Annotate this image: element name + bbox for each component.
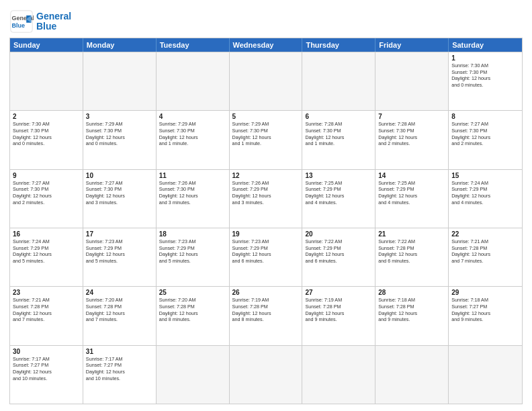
col-header-saturday: Saturday bbox=[449, 38, 522, 52]
logo: General Blue General Blue bbox=[9, 9, 71, 34]
day-number: 15 bbox=[451, 172, 519, 179]
empty-cell-5-6 bbox=[449, 346, 522, 404]
day-number: 31 bbox=[86, 348, 153, 355]
day-cell-6: 6Sunrise: 7:28 AM Sunset: 7:30 PM Daylig… bbox=[302, 111, 375, 169]
day-number: 24 bbox=[86, 289, 153, 296]
cal-row-3: 16Sunrise: 7:24 AM Sunset: 7:29 PM Dayli… bbox=[10, 228, 522, 286]
day-number: 26 bbox=[232, 289, 300, 296]
day-cell-20: 20Sunrise: 7:22 AM Sunset: 7:29 PM Dayli… bbox=[302, 228, 375, 286]
page: General Blue General Blue SundayMondayTu… bbox=[0, 0, 532, 411]
day-cell-18: 18Sunrise: 7:23 AM Sunset: 7:29 PM Dayli… bbox=[157, 228, 230, 286]
day-number: 12 bbox=[232, 172, 300, 179]
empty-cell-0-4 bbox=[302, 52, 375, 110]
day-info: Sunrise: 7:30 AM Sunset: 7:30 PM Dayligh… bbox=[13, 121, 80, 147]
day-cell-27: 27Sunrise: 7:19 AM Sunset: 7:28 PM Dayli… bbox=[302, 287, 375, 345]
day-cell-22: 22Sunrise: 7:21 AM Sunset: 7:28 PM Dayli… bbox=[449, 228, 522, 286]
empty-cell-5-5 bbox=[375, 346, 449, 404]
day-info: Sunrise: 7:30 AM Sunset: 7:30 PM Dayligh… bbox=[451, 62, 519, 89]
day-info: Sunrise: 7:21 AM Sunset: 7:28 PM Dayligh… bbox=[13, 297, 80, 323]
empty-cell-5-4 bbox=[302, 346, 375, 404]
day-info: Sunrise: 7:21 AM Sunset: 7:28 PM Dayligh… bbox=[451, 238, 519, 265]
day-cell-9: 9Sunrise: 7:27 AM Sunset: 7:30 PM Daylig… bbox=[10, 170, 83, 228]
day-cell-3: 3Sunrise: 7:29 AM Sunset: 7:30 PM Daylig… bbox=[83, 111, 157, 169]
day-cell-21: 21Sunrise: 7:22 AM Sunset: 7:28 PM Dayli… bbox=[375, 228, 449, 286]
day-info: Sunrise: 7:27 AM Sunset: 7:30 PM Dayligh… bbox=[13, 180, 80, 206]
day-cell-11: 11Sunrise: 7:26 AM Sunset: 7:30 PM Dayli… bbox=[157, 170, 230, 228]
day-number: 29 bbox=[451, 289, 519, 296]
day-number: 19 bbox=[232, 230, 300, 238]
day-info: Sunrise: 7:27 AM Sunset: 7:30 PM Dayligh… bbox=[86, 180, 153, 206]
day-info: Sunrise: 7:24 AM Sunset: 7:29 PM Dayligh… bbox=[13, 238, 80, 265]
day-number: 21 bbox=[378, 230, 445, 238]
cal-row-5: 30Sunrise: 7:17 AM Sunset: 7:27 PM Dayli… bbox=[10, 345, 522, 404]
empty-cell-5-3 bbox=[230, 346, 303, 404]
day-info: Sunrise: 7:23 AM Sunset: 7:29 PM Dayligh… bbox=[232, 238, 300, 265]
day-info: Sunrise: 7:17 AM Sunset: 7:27 PM Dayligh… bbox=[86, 356, 153, 382]
day-cell-13: 13Sunrise: 7:25 AM Sunset: 7:29 PM Dayli… bbox=[302, 170, 375, 228]
header: General Blue General Blue bbox=[9, 7, 523, 34]
day-number: 9 bbox=[13, 172, 80, 179]
day-number: 14 bbox=[378, 172, 445, 179]
day-info: Sunrise: 7:28 AM Sunset: 7:30 PM Dayligh… bbox=[305, 121, 372, 147]
day-cell-26: 26Sunrise: 7:19 AM Sunset: 7:28 PM Dayli… bbox=[230, 287, 303, 345]
col-header-tuesday: Tuesday bbox=[157, 38, 230, 52]
day-info: Sunrise: 7:29 AM Sunset: 7:30 PM Dayligh… bbox=[159, 121, 226, 147]
day-cell-1: 1Sunrise: 7:30 AM Sunset: 7:30 PM Daylig… bbox=[449, 52, 522, 110]
day-info: Sunrise: 7:19 AM Sunset: 7:28 PM Dayligh… bbox=[232, 297, 300, 323]
day-info: Sunrise: 7:17 AM Sunset: 7:27 PM Dayligh… bbox=[13, 356, 80, 382]
calendar-body: 1Sunrise: 7:30 AM Sunset: 7:30 PM Daylig… bbox=[10, 52, 522, 404]
cal-row-4: 23Sunrise: 7:21 AM Sunset: 7:28 PM Dayli… bbox=[10, 286, 522, 345]
logo-general: General bbox=[36, 11, 71, 21]
day-number: 30 bbox=[13, 348, 80, 355]
day-info: Sunrise: 7:18 AM Sunset: 7:28 PM Dayligh… bbox=[378, 297, 445, 323]
day-cell-29: 29Sunrise: 7:18 AM Sunset: 7:27 PM Dayli… bbox=[449, 287, 522, 345]
day-cell-15: 15Sunrise: 7:24 AM Sunset: 7:29 PM Dayli… bbox=[449, 170, 522, 228]
empty-cell-0-2 bbox=[157, 52, 230, 110]
day-info: Sunrise: 7:25 AM Sunset: 7:29 PM Dayligh… bbox=[305, 180, 372, 206]
day-number: 6 bbox=[305, 113, 372, 120]
day-number: 28 bbox=[378, 289, 445, 296]
day-cell-12: 12Sunrise: 7:26 AM Sunset: 7:29 PM Dayli… bbox=[230, 170, 303, 228]
day-cell-24: 24Sunrise: 7:20 AM Sunset: 7:28 PM Dayli… bbox=[83, 287, 157, 345]
empty-cell-0-1 bbox=[83, 52, 157, 110]
day-info: Sunrise: 7:28 AM Sunset: 7:30 PM Dayligh… bbox=[378, 121, 445, 147]
calendar: SundayMondayTuesdayWednesdayThursdayFrid… bbox=[9, 38, 523, 404]
day-number: 25 bbox=[159, 289, 226, 296]
day-info: Sunrise: 7:25 AM Sunset: 7:29 PM Dayligh… bbox=[378, 180, 445, 206]
day-info: Sunrise: 7:22 AM Sunset: 7:28 PM Dayligh… bbox=[378, 238, 445, 265]
empty-cell-5-2 bbox=[157, 346, 230, 404]
day-cell-7: 7Sunrise: 7:28 AM Sunset: 7:30 PM Daylig… bbox=[375, 111, 449, 169]
day-number: 1 bbox=[451, 54, 519, 62]
day-info: Sunrise: 7:26 AM Sunset: 7:29 PM Dayligh… bbox=[232, 180, 300, 206]
day-cell-16: 16Sunrise: 7:24 AM Sunset: 7:29 PM Dayli… bbox=[10, 228, 83, 286]
day-info: Sunrise: 7:23 AM Sunset: 7:29 PM Dayligh… bbox=[159, 238, 226, 265]
day-info: Sunrise: 7:20 AM Sunset: 7:28 PM Dayligh… bbox=[86, 297, 153, 323]
empty-cell-0-5 bbox=[375, 52, 449, 110]
cal-row-1: 2Sunrise: 7:30 AM Sunset: 7:30 PM Daylig… bbox=[10, 110, 522, 169]
day-cell-2: 2Sunrise: 7:30 AM Sunset: 7:30 PM Daylig… bbox=[10, 111, 83, 169]
day-cell-10: 10Sunrise: 7:27 AM Sunset: 7:30 PM Dayli… bbox=[83, 170, 157, 228]
day-info: Sunrise: 7:26 AM Sunset: 7:30 PM Dayligh… bbox=[159, 180, 226, 206]
logo-icon: General Blue bbox=[9, 9, 34, 34]
day-number: 3 bbox=[86, 113, 153, 120]
day-cell-28: 28Sunrise: 7:18 AM Sunset: 7:28 PM Dayli… bbox=[375, 287, 449, 345]
empty-cell-0-3 bbox=[230, 52, 303, 110]
day-number: 4 bbox=[159, 113, 226, 120]
day-number: 7 bbox=[378, 113, 445, 120]
day-number: 10 bbox=[86, 172, 153, 179]
day-number: 2 bbox=[13, 113, 80, 120]
day-number: 16 bbox=[13, 230, 80, 238]
day-info: Sunrise: 7:23 AM Sunset: 7:29 PM Dayligh… bbox=[86, 238, 153, 265]
day-cell-19: 19Sunrise: 7:23 AM Sunset: 7:29 PM Dayli… bbox=[230, 228, 303, 286]
day-info: Sunrise: 7:27 AM Sunset: 7:30 PM Dayligh… bbox=[451, 121, 519, 147]
day-cell-23: 23Sunrise: 7:21 AM Sunset: 7:28 PM Dayli… bbox=[10, 287, 83, 345]
logo-blue: Blue bbox=[36, 21, 56, 32]
day-cell-30: 30Sunrise: 7:17 AM Sunset: 7:27 PM Dayli… bbox=[10, 346, 83, 404]
day-cell-4: 4Sunrise: 7:29 AM Sunset: 7:30 PM Daylig… bbox=[157, 111, 230, 169]
day-info: Sunrise: 7:24 AM Sunset: 7:29 PM Dayligh… bbox=[451, 180, 519, 206]
day-number: 8 bbox=[451, 113, 519, 120]
calendar-header: SundayMondayTuesdayWednesdayThursdayFrid… bbox=[10, 38, 522, 52]
cal-row-0: 1Sunrise: 7:30 AM Sunset: 7:30 PM Daylig… bbox=[10, 52, 522, 110]
col-header-thursday: Thursday bbox=[302, 38, 375, 52]
day-info: Sunrise: 7:29 AM Sunset: 7:30 PM Dayligh… bbox=[232, 121, 300, 147]
